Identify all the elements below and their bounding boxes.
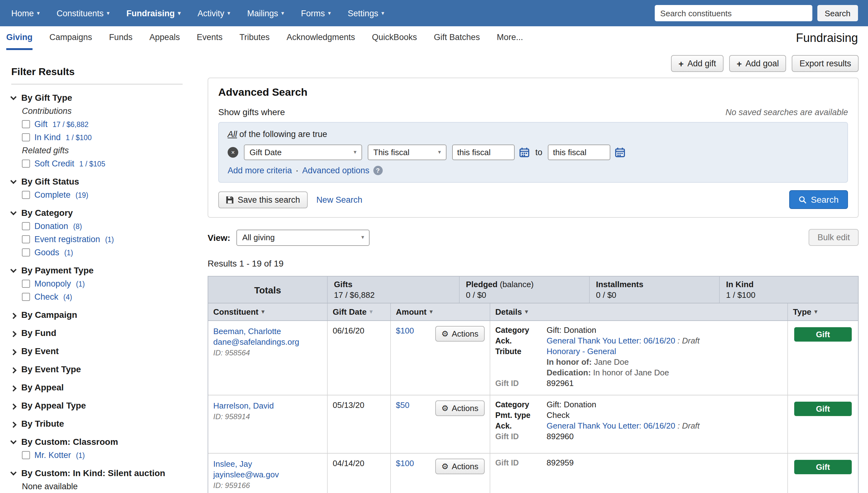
- tab-gift-batches[interactable]: Gift Batches: [434, 26, 480, 50]
- filter-link[interactable]: Gift: [35, 120, 47, 129]
- column-header-details[interactable]: Details ▾: [490, 303, 788, 320]
- tab-acknowledgments[interactable]: Acknowledgments: [286, 26, 355, 50]
- filter-section-gift-status-header[interactable]: By Gift Status: [11, 176, 183, 187]
- tab-giving[interactable]: Giving: [6, 26, 32, 50]
- filter-section-payment-type-header[interactable]: By Payment Type: [11, 265, 183, 275]
- column-header-gift-date[interactable]: Gift Date ▾: [328, 303, 391, 320]
- filter-link[interactable]: Donation: [35, 221, 68, 231]
- new-search-link[interactable]: New Search: [316, 195, 362, 204]
- search-button[interactable]: Search: [817, 5, 858, 21]
- nav-item-fundraising[interactable]: Fundraising ▾: [126, 8, 181, 18]
- filter-count: (1): [64, 249, 73, 256]
- tab-campaigns[interactable]: Campaigns: [49, 26, 92, 50]
- filter-link[interactable]: Check: [35, 292, 59, 302]
- filter-link[interactable]: Mr. Kotter: [35, 450, 71, 460]
- search-input[interactable]: [655, 5, 813, 21]
- amount-link[interactable]: $50: [396, 401, 409, 410]
- actions-button[interactable]: ⚙ Actions: [435, 458, 485, 474]
- filter-section-event-header[interactable]: By Event: [11, 346, 183, 356]
- tab-appeals[interactable]: Appeals: [150, 26, 180, 50]
- checkbox[interactable]: [22, 293, 30, 301]
- search-submit-button[interactable]: Search: [789, 190, 848, 209]
- column-header-constituent[interactable]: Constituent ▾: [208, 303, 328, 320]
- constituent-name-link[interactable]: Beeman, Charlotte: [213, 327, 281, 336]
- filter-link[interactable]: Monopoly: [35, 279, 71, 288]
- date-to-input[interactable]: [548, 145, 611, 160]
- add-more-criteria-link[interactable]: Add more criteria: [228, 166, 292, 175]
- date-from-input[interactable]: [452, 145, 515, 160]
- column-header-type[interactable]: Type ▾: [788, 303, 858, 320]
- gear-icon: ⚙: [441, 462, 448, 470]
- view-select[interactable]: All giving ▾: [237, 229, 370, 245]
- tab-quickbooks[interactable]: QuickBooks: [372, 26, 417, 50]
- bulk-edit-button[interactable]: Bulk edit: [808, 229, 859, 246]
- nav-item-mailings[interactable]: Mailings ▾: [247, 8, 284, 18]
- tribute-link[interactable]: Honorary - General: [547, 347, 616, 356]
- checkbox[interactable]: [22, 235, 30, 243]
- criterion-field-select[interactable]: Gift Date ▾: [244, 145, 362, 160]
- detail-value: Check: [547, 411, 782, 420]
- filter-link[interactable]: Soft Credit: [35, 159, 74, 168]
- ack-letter-link[interactable]: General Thank You Letter: 06/16/20: [547, 336, 675, 345]
- filter-section-gift-type-header[interactable]: By Gift Type: [11, 92, 183, 103]
- tab-more[interactable]: More...: [497, 26, 523, 50]
- checkbox[interactable]: [22, 249, 30, 257]
- actions-button[interactable]: ⚙ Actions: [435, 401, 485, 416]
- constituent-cell: Beeman, Charlotte dane@safelandings.org …: [208, 321, 328, 395]
- constituent-email-link[interactable]: dane@safelandings.org: [213, 337, 299, 347]
- constituent-email-link[interactable]: jayinslee@wa.gov: [213, 470, 279, 479]
- filter-section-event-type-header[interactable]: By Event Type: [11, 364, 183, 374]
- checkbox[interactable]: [22, 159, 30, 168]
- nav-item-constituents[interactable]: Constituents ▾: [57, 8, 109, 18]
- match-all-toggle[interactable]: All: [228, 129, 237, 139]
- actions-button[interactable]: ⚙ Actions: [435, 326, 485, 342]
- checkbox[interactable]: [22, 191, 30, 199]
- filter-section-tribute-header[interactable]: By Tribute: [11, 419, 183, 429]
- chevron-down-icon: ▾: [107, 10, 109, 16]
- checkbox[interactable]: [22, 222, 30, 230]
- remove-criterion-icon[interactable]: ×: [228, 147, 238, 158]
- filter-link[interactable]: In Kind: [35, 133, 61, 142]
- checkbox[interactable]: [22, 133, 30, 142]
- filter-link[interactable]: Complete: [35, 190, 71, 199]
- filter-section-category-header[interactable]: By Category: [11, 208, 183, 218]
- filter-section-appeal-header[interactable]: By Appeal: [11, 382, 183, 392]
- column-header-amount[interactable]: Amount ▾: [391, 303, 490, 320]
- chevron-right-icon: [10, 349, 17, 355]
- amount-link[interactable]: $100: [396, 458, 414, 468]
- calendar-icon[interactable]: [615, 147, 626, 158]
- help-icon[interactable]: ?: [373, 166, 382, 175]
- totals-label: Totals: [208, 277, 328, 303]
- filter-link[interactable]: Goods: [35, 248, 60, 257]
- nav-item-settings[interactable]: Settings ▾: [348, 8, 384, 18]
- tab-funds[interactable]: Funds: [109, 26, 133, 50]
- filter-section-appeal-type-header[interactable]: By Appeal Type: [11, 401, 183, 410]
- ack-letter-link[interactable]: General Thank You Letter: 06/16/20: [547, 421, 675, 430]
- chevron-right-icon: [10, 403, 17, 409]
- constituent-name-link[interactable]: Inslee, Jay: [213, 459, 252, 469]
- checkbox[interactable]: [22, 120, 30, 128]
- filter-section-classroom-header[interactable]: By Custom: Classroom: [11, 437, 183, 447]
- filter-section-campaign-header[interactable]: By Campaign: [11, 310, 183, 320]
- constituent-name-link[interactable]: Harrelson, David: [213, 401, 274, 410]
- filter-section-fund-header[interactable]: By Fund: [11, 328, 183, 338]
- nav-item-home[interactable]: Home ▾: [11, 8, 40, 18]
- tab-events[interactable]: Events: [197, 26, 223, 50]
- nav-item-activity[interactable]: Activity ▾: [198, 8, 230, 18]
- calendar-icon[interactable]: [519, 147, 530, 158]
- criterion-operator-select[interactable]: This fiscal ▾: [368, 145, 446, 160]
- tab-tributes[interactable]: Tributes: [240, 26, 270, 50]
- totals-installments-value: 0 / $0: [596, 290, 713, 300]
- add-goal-button[interactable]: + Add goal: [729, 55, 786, 72]
- save-search-button[interactable]: Save this search: [218, 191, 308, 208]
- filter-link[interactable]: Event registration: [35, 235, 100, 244]
- view-select-value: All giving: [242, 233, 275, 242]
- export-results-button[interactable]: Export results: [792, 55, 859, 72]
- amount-link[interactable]: $100: [396, 326, 414, 335]
- checkbox[interactable]: [22, 280, 30, 288]
- checkbox[interactable]: [22, 451, 30, 459]
- advanced-options-link[interactable]: Advanced options: [302, 166, 370, 175]
- nav-item-forms[interactable]: Forms ▾: [301, 8, 331, 18]
- add-gift-button[interactable]: + Add gift: [671, 55, 724, 72]
- filter-section-silent-auction-header[interactable]: By Custom: In Kind: Silent auction: [11, 468, 183, 478]
